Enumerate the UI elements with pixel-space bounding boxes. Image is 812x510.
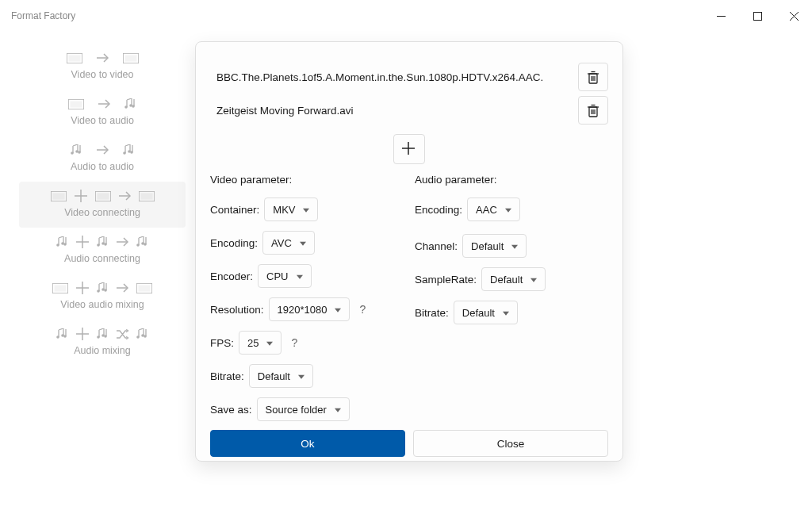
shuffle-icon [117, 329, 128, 339]
encoder-label: Encoder: [210, 270, 253, 282]
file-row: BBC.The.Planets.1of5.A.Moment.in.the.Sun… [210, 61, 608, 93]
music-icon [56, 328, 68, 339]
file-name: Zeitgeist Moving Forward.avi [210, 105, 354, 117]
video-icon [52, 283, 68, 293]
sidebar-item-audio-to-audio[interactable]: Audio to audio [19, 136, 186, 182]
video-icon [95, 191, 111, 201]
music-icon [123, 144, 135, 155]
sidebar-item-label: Audio to audio [22, 161, 182, 172]
plus-icon [76, 236, 89, 248]
saveas-select[interactable]: Source folder [257, 397, 350, 421]
video-icon [123, 53, 139, 63]
samplerate-select[interactable]: Default [481, 267, 546, 291]
ok-button[interactable]: Ok [210, 430, 405, 457]
music-icon [97, 236, 109, 247]
plus-icon [402, 142, 416, 156]
sidebar-item-video-to-video[interactable]: Video to video [19, 44, 186, 90]
music-icon [124, 98, 136, 109]
music-icon [71, 144, 82, 155]
video-parameter-heading: Video parameter: [210, 174, 404, 186]
samplerate-label: SampleRate: [415, 274, 477, 286]
fps-help-button[interactable]: ? [286, 335, 302, 351]
channel-select[interactable]: Default [462, 234, 527, 258]
svg-rect-15 [753, 12, 761, 20]
window-controls [703, 2, 812, 29]
sidebar-item-label: Video connecting [22, 207, 182, 218]
sidebar-item-video-audio-mixing[interactable]: Video audio mixing [19, 274, 186, 320]
plus-icon [76, 328, 89, 340]
trash-icon [587, 71, 599, 84]
sidebar-item-video-to-audio[interactable]: Video to audio [19, 90, 186, 136]
video-bitrate-label: Bitrate: [210, 370, 244, 382]
video-icon [68, 99, 84, 109]
fps-select[interactable]: 25 [239, 331, 282, 355]
file-name: BBC.The.Planets.1of5.A.Moment.in.the.Sun… [210, 71, 543, 83]
video-connecting-dialog: BBC.The.Planets.1of5.A.Moment.in.the.Sun… [195, 41, 623, 462]
video-encoding-select[interactable]: AVC [262, 231, 315, 255]
audio-encoding-label: Encoding: [415, 204, 462, 216]
maximize-button[interactable] [739, 2, 776, 29]
app-title: Format Factory [11, 10, 75, 21]
sidebar-icons [22, 278, 182, 297]
music-icon [97, 282, 109, 293]
maximize-icon [753, 12, 762, 21]
video-icon [67, 53, 82, 63]
music-icon [56, 236, 68, 247]
video-icon [139, 191, 155, 201]
close-window-button[interactable] [776, 2, 812, 29]
sidebar-icons [22, 140, 182, 159]
audio-encoding-select[interactable]: AAC [467, 197, 520, 221]
delete-file-button[interactable] [578, 63, 608, 91]
arrow-right-icon [98, 99, 110, 109]
sidebar-item-label: Audio connecting [22, 253, 182, 264]
sidebar-icons [22, 48, 182, 67]
sidebar-item-label: Video to video [22, 69, 182, 80]
resolution-select[interactable]: 1920*1080 [269, 297, 350, 321]
sidebar-icons [22, 324, 182, 343]
sidebar: Video to video Video to audio Audio to a… [19, 44, 186, 366]
container-label: Container: [210, 204, 259, 216]
add-file-button[interactable] [393, 134, 425, 164]
video-icon [51, 191, 67, 201]
video-bitrate-select[interactable]: Default [249, 364, 313, 388]
music-icon [136, 328, 148, 339]
music-icon [97, 328, 109, 339]
arrow-right-icon [117, 283, 128, 293]
plus-icon [75, 190, 87, 202]
arrow-right-icon [119, 191, 131, 201]
minimize-icon [717, 12, 726, 21]
video-parameter-section: Video parameter: Container: MKV Encoding… [210, 174, 404, 430]
arrow-right-icon [117, 237, 128, 247]
sidebar-item-audio-connecting[interactable]: Audio connecting [19, 228, 186, 274]
close-icon [790, 12, 799, 21]
arrow-right-icon [97, 53, 109, 63]
channel-label: Channel: [415, 240, 458, 252]
sidebar-icons [22, 94, 182, 113]
audio-parameter-section: Audio parameter: Encoding: AAC Channel: … [415, 174, 608, 430]
video-icon [136, 283, 152, 293]
resolution-label: Resolution: [210, 304, 264, 316]
arrow-right-icon [97, 145, 109, 155]
encoder-select[interactable]: CPU [258, 264, 311, 288]
sidebar-icons [22, 186, 182, 205]
close-button[interactable]: Close [413, 430, 608, 457]
sidebar-item-audio-mixing[interactable]: Audio mixing [19, 320, 186, 366]
delete-file-button[interactable] [578, 96, 608, 125]
trash-icon [587, 104, 599, 117]
titlebar: Format Factory [0, 0, 812, 32]
sidebar-item-video-connecting[interactable]: Video connecting [19, 182, 186, 228]
sidebar-icons [22, 232, 182, 251]
file-list: BBC.The.Planets.1of5.A.Moment.in.the.Sun… [210, 56, 608, 132]
audio-bitrate-label: Bitrate: [415, 307, 449, 319]
video-encoding-label: Encoding: [210, 237, 258, 249]
audio-parameter-heading: Audio parameter: [415, 174, 608, 186]
audio-bitrate-select[interactable]: Default [454, 301, 518, 324]
sidebar-item-label: Video audio mixing [22, 299, 182, 310]
minimize-button[interactable] [703, 2, 739, 29]
sidebar-item-label: Video to audio [22, 115, 182, 126]
container-select[interactable]: MKV [264, 197, 318, 221]
fps-label: FPS: [210, 337, 234, 349]
resolution-help-button[interactable]: ? [354, 301, 370, 317]
saveas-label: Save as: [210, 404, 252, 416]
music-icon [136, 236, 148, 247]
